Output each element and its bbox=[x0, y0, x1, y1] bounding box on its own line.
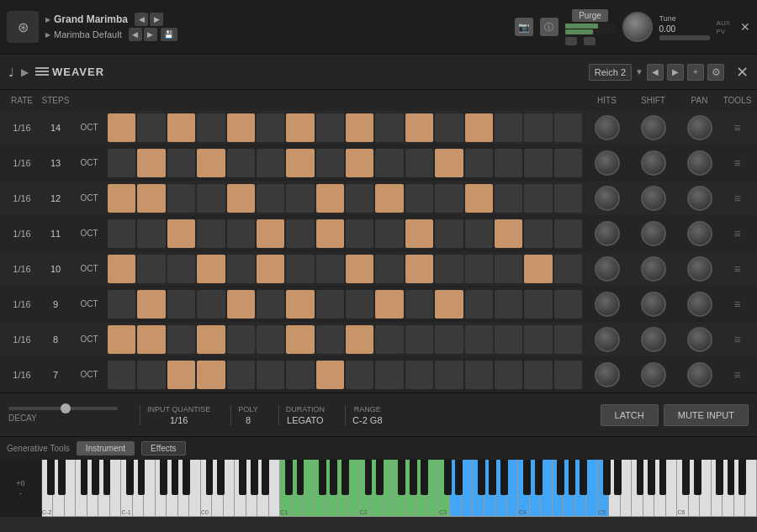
cell-5-12[interactable] bbox=[465, 290, 493, 319]
info-btn[interactable]: ⓘ bbox=[540, 18, 558, 36]
cell-3-7[interactable] bbox=[316, 219, 344, 248]
cell-7-7[interactable] bbox=[316, 361, 344, 389]
cell-6-8[interactable] bbox=[346, 325, 373, 354]
cell-0-4[interactable] bbox=[227, 113, 255, 142]
black-key-66[interactable] bbox=[478, 460, 485, 495]
black-key-8[interactable] bbox=[92, 460, 99, 495]
shift-knob-6[interactable] bbox=[630, 327, 676, 352]
cell-1-15[interactable] bbox=[554, 149, 582, 177]
cell-0-5[interactable] bbox=[257, 113, 284, 142]
black-key-10[interactable] bbox=[103, 460, 111, 495]
preset-next-btn[interactable]: ▶ bbox=[144, 28, 157, 41]
cell-6-15[interactable] bbox=[554, 325, 582, 354]
latch-btn[interactable]: LATCH bbox=[601, 404, 659, 426]
cell-5-6[interactable] bbox=[286, 290, 314, 319]
cell-4-4[interactable] bbox=[227, 255, 255, 283]
cell-0-15[interactable] bbox=[554, 113, 582, 142]
hits-knob-0[interactable] bbox=[584, 115, 630, 140]
cell-7-13[interactable] bbox=[495, 361, 522, 389]
white-key-40[interactable] bbox=[303, 460, 314, 517]
cell-3-3[interactable] bbox=[197, 219, 225, 248]
cell-6-2[interactable] bbox=[167, 325, 195, 354]
cell-4-6[interactable] bbox=[286, 255, 314, 283]
black-key-70[interactable] bbox=[500, 460, 508, 495]
white-key-52[interactable] bbox=[383, 460, 394, 517]
shift-knob-2[interactable] bbox=[630, 186, 676, 211]
black-key-54[interactable] bbox=[398, 460, 405, 495]
cell-5-13[interactable] bbox=[495, 290, 522, 319]
cell-6-9[interactable] bbox=[375, 325, 403, 354]
white-key-35[interactable] bbox=[269, 460, 280, 517]
pan-knob-6[interactable] bbox=[676, 327, 723, 352]
cell-4-1[interactable] bbox=[137, 255, 165, 283]
preset-add-btn[interactable]: + bbox=[687, 64, 704, 81]
tab-effects[interactable]: Effects bbox=[141, 441, 185, 456]
cell-4-14[interactable] bbox=[524, 255, 552, 283]
cell-6-4[interactable] bbox=[227, 325, 255, 354]
white-key-4[interactable] bbox=[65, 460, 76, 517]
cell-2-11[interactable] bbox=[435, 184, 463, 213]
cell-5-10[interactable] bbox=[405, 290, 433, 319]
shift-knob-4[interactable] bbox=[630, 256, 676, 282]
cell-7-8[interactable] bbox=[346, 361, 373, 389]
pan-knob-inner-6[interactable] bbox=[687, 327, 712, 352]
shift-knob-inner-5[interactable] bbox=[641, 292, 666, 317]
cell-2-7[interactable] bbox=[316, 184, 344, 213]
black-key-94[interactable] bbox=[659, 460, 667, 495]
volume-knob[interactable] bbox=[622, 12, 653, 42]
cell-0-7[interactable] bbox=[316, 113, 344, 142]
cell-5-0[interactable] bbox=[108, 290, 135, 319]
tools-menu-5[interactable]: ≡ bbox=[723, 298, 752, 311]
cell-6-10[interactable] bbox=[405, 325, 433, 354]
cell-1-3[interactable] bbox=[197, 149, 225, 177]
cell-6-6[interactable] bbox=[286, 325, 314, 354]
black-key-51[interactable] bbox=[376, 460, 384, 495]
purge-btn[interactable]: Purge bbox=[572, 9, 608, 22]
cell-3-9[interactable] bbox=[375, 219, 403, 248]
cell-7-4[interactable] bbox=[227, 361, 255, 389]
cell-5-14[interactable] bbox=[524, 290, 552, 319]
cell-6-0[interactable] bbox=[108, 325, 135, 354]
cell-4-8[interactable] bbox=[346, 255, 373, 283]
cell-5-7[interactable] bbox=[316, 290, 344, 319]
black-key-15[interactable] bbox=[138, 460, 146, 495]
tools-menu-7[interactable]: ≡ bbox=[723, 368, 752, 382]
pan-knob-inner-7[interactable] bbox=[687, 362, 712, 387]
preset-dropdown[interactable]: Reich 2 bbox=[589, 64, 632, 81]
shift-knob-inner-2[interactable] bbox=[641, 186, 666, 211]
black-key-18[interactable] bbox=[160, 460, 167, 495]
hits-knob-7[interactable] bbox=[584, 362, 630, 387]
camera-btn[interactable]: 📷 bbox=[515, 18, 533, 36]
cell-6-13[interactable] bbox=[495, 325, 522, 354]
white-key-11[interactable] bbox=[110, 460, 121, 517]
hits-knob-inner-4[interactable] bbox=[595, 256, 620, 282]
cell-0-3[interactable] bbox=[197, 113, 225, 142]
cell-0-8[interactable] bbox=[346, 113, 373, 142]
cell-7-0[interactable] bbox=[108, 361, 135, 389]
white-key-95[interactable] bbox=[666, 460, 677, 517]
tools-menu-4[interactable]: ≡ bbox=[723, 262, 752, 276]
cell-1-4[interactable] bbox=[227, 149, 255, 177]
cell-1-14[interactable] bbox=[524, 149, 552, 177]
black-key-27[interactable] bbox=[217, 460, 225, 495]
cell-3-13[interactable] bbox=[495, 219, 522, 248]
cell-1-2[interactable] bbox=[167, 149, 195, 177]
white-key-76[interactable] bbox=[541, 460, 552, 517]
black-key-73[interactable] bbox=[523, 460, 531, 495]
preset-save-btn[interactable]: 💾 bbox=[161, 28, 177, 41]
cell-2-15[interactable] bbox=[554, 184, 582, 213]
cell-3-0[interactable] bbox=[108, 219, 135, 248]
cell-5-9[interactable] bbox=[375, 290, 403, 319]
black-key-75[interactable] bbox=[535, 460, 543, 495]
black-key-78[interactable] bbox=[557, 460, 564, 495]
cell-7-10[interactable] bbox=[405, 361, 433, 389]
cell-0-1[interactable] bbox=[137, 113, 165, 142]
pan-knob-inner-5[interactable] bbox=[687, 292, 712, 317]
cell-6-14[interactable] bbox=[524, 325, 552, 354]
black-key-46[interactable] bbox=[341, 460, 349, 495]
cell-3-11[interactable] bbox=[435, 219, 463, 248]
cell-0-13[interactable] bbox=[495, 113, 522, 142]
decay-slider-thumb[interactable] bbox=[61, 403, 71, 413]
white-key-64[interactable] bbox=[462, 460, 473, 517]
tools-menu-3[interactable]: ≡ bbox=[723, 227, 752, 240]
